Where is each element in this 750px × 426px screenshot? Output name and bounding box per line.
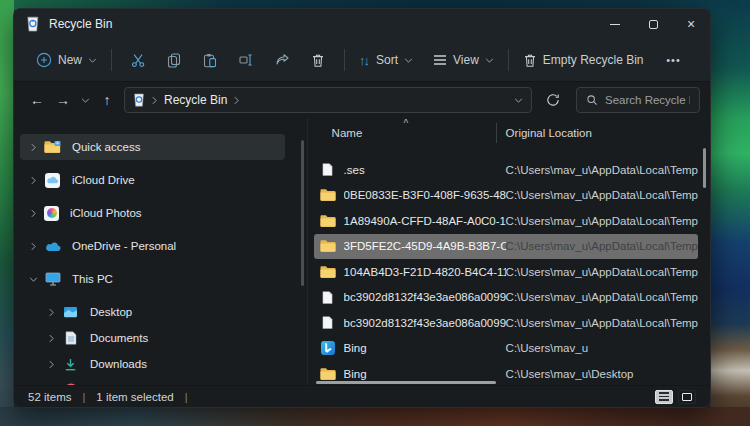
file-row[interactable]: 0BE0833E-B3F0-408F-9635-485BE7... C:\Use… bbox=[314, 183, 698, 209]
file-row[interactable]: 1A89490A-CFFD-48AF-A0C0-1B293... C:\User… bbox=[314, 208, 698, 234]
sidebar-item-label: This PC bbox=[72, 273, 113, 285]
file-row[interactable]: bc3902d8132f43e3ae086a009979fa8... C:\Us… bbox=[314, 310, 698, 336]
file-location: C:\Users\mav_u\AppData\Local\Temp bbox=[506, 215, 698, 227]
recent-locations-button[interactable] bbox=[76, 86, 94, 114]
more-dots-icon: ••• bbox=[666, 54, 681, 66]
recycle-bin-icon bbox=[26, 16, 40, 32]
desktop-icon bbox=[62, 304, 79, 321]
new-button-label: New bbox=[58, 53, 82, 67]
chevron-right-icon[interactable] bbox=[44, 334, 58, 343]
items-count: 52 items bbox=[28, 391, 71, 403]
close-button[interactable]: × bbox=[672, 9, 710, 39]
up-button[interactable]: ↑ bbox=[94, 86, 120, 114]
refresh-button[interactable] bbox=[540, 86, 566, 114]
file-icon bbox=[320, 162, 336, 178]
file-location: C:\Users\mav_u\AppData\Local\Temp bbox=[506, 291, 698, 303]
thumbnail-view-toggle[interactable] bbox=[678, 390, 696, 404]
chevron-right-icon[interactable] bbox=[26, 209, 40, 218]
address-breadcrumb[interactable]: Recycle Bin bbox=[124, 87, 532, 113]
sidebar-item-music[interactable]: Music bbox=[20, 377, 285, 385]
sidebar-item-desktop[interactable]: Desktop bbox=[20, 299, 285, 325]
file-location: C:\Users\mav_u\AppData\Local\Temp bbox=[506, 266, 698, 278]
sidebar-item-downloads[interactable]: Downloads bbox=[20, 351, 285, 377]
scissors-icon bbox=[131, 53, 146, 68]
column-header-original-location[interactable]: Original Location bbox=[506, 127, 592, 139]
file-list-pane: Name ^ Original Location .ses C:\Users\m… bbox=[307, 118, 710, 385]
new-button[interactable]: New bbox=[30, 45, 103, 75]
empty-recycle-bin-button[interactable]: Empty Recycle Bin bbox=[517, 45, 650, 75]
desktop-wallpaper-right bbox=[710, 0, 750, 426]
address-dropdown-chevron-icon[interactable] bbox=[514, 98, 523, 103]
chevron-right-icon[interactable] bbox=[44, 308, 58, 317]
chevron-down-icon[interactable] bbox=[26, 277, 40, 282]
sidebar-item-label: iCloud Photos bbox=[70, 207, 142, 219]
forward-button[interactable]: → bbox=[50, 86, 76, 114]
title-bar[interactable]: Recycle Bin × bbox=[14, 9, 710, 39]
file-name: .ses bbox=[344, 164, 506, 176]
minimize-button[interactable] bbox=[596, 9, 634, 39]
rename-button[interactable] bbox=[228, 45, 264, 75]
sidebar-item-documents[interactable]: Documents bbox=[20, 325, 285, 351]
copy-button[interactable] bbox=[156, 45, 192, 75]
downloads-icon bbox=[62, 356, 79, 373]
cut-button[interactable] bbox=[120, 45, 156, 75]
file-row-selected[interactable]: 3FD5FE2C-45D9-4A9B-B3B7-CBDE... C:\Users… bbox=[314, 234, 698, 260]
chevron-right-icon[interactable] bbox=[234, 96, 239, 105]
breadcrumb-location[interactable]: Recycle Bin bbox=[164, 93, 227, 107]
file-row[interactable]: .ses C:\Users\mav_u\AppData\Local\Temp bbox=[314, 157, 698, 183]
bing-app-icon bbox=[320, 340, 336, 356]
file-row[interactable]: bc3902d8132f43e3ae086a009979fa8... C:\Us… bbox=[314, 285, 698, 311]
copy-icon bbox=[167, 53, 181, 68]
sidebar-item-onedrive-personal[interactable]: OneDrive - Personal bbox=[20, 233, 285, 259]
column-divider[interactable] bbox=[496, 123, 497, 143]
toolbar-separator bbox=[344, 49, 345, 71]
folder-icon bbox=[320, 213, 336, 229]
column-header-name[interactable]: Name bbox=[332, 127, 363, 139]
paste-button[interactable] bbox=[192, 45, 228, 75]
quick-access-icon bbox=[44, 139, 61, 156]
chevron-right-icon bbox=[152, 96, 157, 105]
file-row[interactable]: 104AB4D3-F21D-4820-B4C4-118B4... C:\User… bbox=[314, 259, 698, 285]
vertical-scrollbar[interactable] bbox=[703, 148, 706, 188]
share-button[interactable] bbox=[264, 45, 300, 75]
sort-button[interactable]: ↑↓ Sort bbox=[353, 45, 419, 75]
sidebar-scrollbar[interactable] bbox=[301, 140, 304, 286]
maximize-button[interactable] bbox=[634, 9, 672, 39]
refresh-icon bbox=[546, 93, 560, 107]
chevron-right-icon[interactable] bbox=[26, 143, 40, 152]
details-view-toggle[interactable] bbox=[655, 390, 673, 404]
documents-icon bbox=[62, 330, 79, 347]
file-explorer-window: Recycle Bin × New bbox=[13, 8, 711, 408]
view-button[interactable]: View bbox=[427, 45, 500, 75]
sidebar-item-quick-access[interactable]: Quick access bbox=[20, 134, 285, 160]
folder-icon bbox=[320, 238, 336, 254]
file-name: bc3902d8132f43e3ae086a009979fa8... bbox=[344, 291, 506, 303]
delete-button[interactable] bbox=[300, 45, 336, 75]
chevron-right-icon[interactable] bbox=[26, 176, 40, 185]
file-row[interactable]: Bing C:\Users\mav_u bbox=[314, 336, 698, 362]
sidebar-item-icloud-photos[interactable]: iCloud Photos bbox=[20, 200, 285, 226]
forward-arrow-icon: → bbox=[56, 92, 70, 108]
chevron-right-icon[interactable] bbox=[26, 242, 40, 251]
back-button[interactable]: ← bbox=[24, 86, 50, 114]
view-button-label: View bbox=[453, 53, 479, 67]
window-title: Recycle Bin bbox=[49, 17, 112, 31]
chevron-right-icon[interactable] bbox=[44, 360, 58, 369]
paste-icon bbox=[203, 53, 217, 68]
search-box[interactable] bbox=[576, 87, 700, 113]
horizontal-scrollbar[interactable] bbox=[316, 381, 496, 384]
sidebar-item-this-pc[interactable]: This PC bbox=[20, 266, 285, 292]
icloud-photos-icon bbox=[44, 206, 59, 221]
search-input[interactable] bbox=[605, 94, 690, 106]
up-arrow-icon: ↑ bbox=[104, 92, 111, 108]
close-icon: × bbox=[687, 17, 695, 31]
sort-button-label: Sort bbox=[376, 53, 398, 67]
status-divider: | bbox=[82, 391, 85, 403]
see-more-button[interactable]: ••• bbox=[656, 45, 692, 75]
sidebar-item-label: Quick access bbox=[72, 141, 140, 153]
sidebar-item-label: Documents bbox=[90, 332, 148, 344]
desktop-wallpaper-bottom bbox=[0, 407, 750, 426]
sidebar-item-label: Desktop bbox=[90, 306, 132, 318]
file-rows: .ses C:\Users\mav_u\AppData\Local\Temp 0… bbox=[308, 157, 710, 385]
sidebar-item-icloud-drive[interactable]: iCloud Drive bbox=[20, 167, 285, 193]
